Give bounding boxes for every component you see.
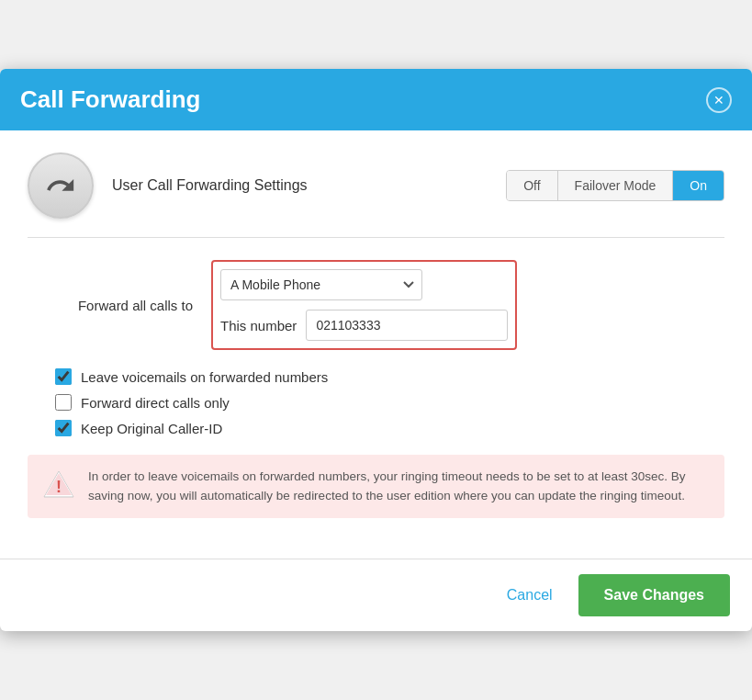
top-section: User Call Forwarding Settings Off Failov… [28,152,724,238]
dialog-title: Call Forwarding [20,85,200,114]
warning-box: ! In order to leave voicemails on forwar… [28,455,724,518]
number-label: This number [220,318,306,333]
settings-label: User Call Forwarding Settings [112,177,488,194]
toggle-on-button[interactable]: On [673,171,724,200]
cancel-button[interactable]: Cancel [496,580,564,611]
svg-text:!: ! [56,478,62,496]
checkbox-row-direct: Forward direct calls only [55,394,724,411]
direct-calls-label: Forward direct calls only [81,395,230,411]
direct-calls-checkbox[interactable] [55,394,72,411]
voicemail-checkbox[interactable] [55,368,72,385]
toggle-off-button[interactable]: Off [507,171,557,200]
toggle-failover-button[interactable]: Failover Mode [558,171,674,200]
phone-number-input[interactable] [306,310,508,341]
toggle-group: Off Failover Mode On [506,170,724,201]
caller-id-checkbox[interactable] [55,420,72,436]
forward-calls-label: Forward all calls to [28,298,211,313]
forward-calls-row: Forward all calls to A Mobile Phone Anot… [28,260,724,350]
redo-icon [45,170,76,201]
close-button[interactable]: ✕ [706,87,732,113]
forward-calls-select[interactable]: A Mobile Phone Another Extension Voicema… [220,269,422,300]
dialog-header: Call Forwarding ✕ [0,69,752,130]
warning-text: In order to leave voicemails on forwarde… [88,468,710,505]
save-changes-button[interactable]: Save Changes [578,574,730,616]
checkbox-section: Leave voicemails on forwarded numbers Fo… [55,368,724,436]
dialog-body: User Call Forwarding Settings Off Failov… [0,130,752,559]
form-section: Forward all calls to A Mobile Phone Anot… [28,260,724,350]
warning-icon: ! [42,468,75,501]
form-control-wrapper: A Mobile Phone Another Extension Voicema… [211,260,517,350]
checkbox-row-voicemail: Leave voicemails on forwarded numbers [55,368,724,385]
forward-icon [28,152,94,219]
caller-id-label: Keep Original Caller-ID [81,421,222,436]
number-row: This number [220,310,508,341]
checkbox-row-callerid: Keep Original Caller-ID [55,420,724,436]
voicemail-label: Leave voicemails on forwarded numbers [81,369,328,385]
call-forwarding-dialog: Call Forwarding ✕ User Call Forwarding S… [0,69,752,631]
dialog-footer: Cancel Save Changes [0,559,752,631]
